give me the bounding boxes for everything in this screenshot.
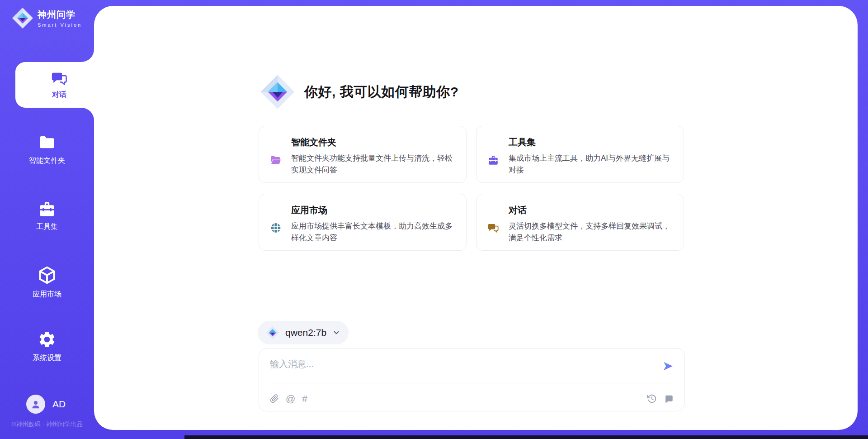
brand-diamond-icon	[12, 7, 33, 29]
card-smart-folder[interactable]: 智能文件夹 智能文件夹功能支持批量文件上传与清洗，轻松实现文件问答	[259, 126, 467, 183]
chevron-down-icon	[332, 329, 340, 337]
sidebar-item-settings[interactable]: 系统设置	[0, 330, 94, 363]
assistant-diamond-icon	[260, 74, 295, 110]
tab-fillet-bottom	[81, 108, 94, 120]
sidebar-footer: ©神州数码 · 神州问学出品	[0, 420, 94, 429]
model-name: qwen2:7b	[285, 327, 326, 338]
sidebar-item-label: 系统设置	[33, 353, 61, 363]
sidebar-item-toolset[interactable]: 工具集	[0, 200, 94, 232]
folder-icon	[38, 133, 57, 152]
sidebar-item-label: 对话	[52, 90, 66, 100]
model-selector[interactable]: qwen2:7b	[258, 321, 349, 344]
send-icon[interactable]	[662, 360, 674, 372]
sidebar-item-chat[interactable]: 对话	[15, 62, 103, 108]
feature-cards: 智能文件夹 智能文件夹功能支持批量文件上传与清洗，轻松实现文件问答 工具集 集成…	[259, 126, 685, 251]
toolbox-icon	[487, 138, 499, 182]
user-initials: AD	[52, 399, 66, 410]
message-composer: @ #	[259, 348, 685, 411]
bottom-edge-strip	[184, 435, 868, 439]
card-toolset[interactable]: 工具集 集成市场上主流工具，助力AI与外界无缝扩展与对接	[476, 126, 684, 183]
card-description: 应用市场提供丰富长文本模板，助力高效生成多样化文章内容	[291, 220, 454, 244]
card-description: 灵活切换多模型文件，支持多样回复效果调试，满足个性化需求	[509, 220, 672, 244]
chat-bubble-icon[interactable]	[664, 394, 674, 404]
greeting-text: 你好, 我可以如何帮助你?	[304, 83, 459, 101]
sidebar-item-app-market[interactable]: 应用市场	[0, 265, 94, 299]
card-title: 智能文件夹	[291, 136, 454, 148]
message-input[interactable]	[270, 357, 653, 371]
hashtag-icon[interactable]: #	[302, 394, 307, 404]
avatar	[26, 395, 45, 414]
composer-toolbar: @ #	[270, 394, 674, 404]
sidebar-item-label: 应用市场	[33, 290, 61, 299]
gear-icon	[38, 330, 57, 349]
folder-open-icon	[270, 138, 282, 182]
greeting: 你好, 我可以如何帮助你?	[260, 74, 459, 110]
card-title: 工具集	[509, 136, 672, 148]
history-icon[interactable]	[647, 394, 657, 404]
tab-fillet-top	[81, 49, 94, 62]
composer-divider	[270, 383, 674, 383]
card-description: 智能文件夹功能支持批量文件上传与清洗，轻松实现文件问答	[291, 153, 454, 176]
mention-icon[interactable]: @	[286, 394, 295, 404]
brand-subtitle: Smart Vision	[38, 22, 82, 28]
brand-name: 神州问学	[38, 9, 82, 21]
attachment-icon[interactable]	[270, 394, 279, 404]
card-description: 集成市场上主流工具，助力AI与外界无缝扩展与对接	[509, 153, 672, 176]
chat-icon	[51, 70, 68, 86]
person-icon	[30, 399, 41, 410]
card-title: 对话	[509, 204, 672, 216]
card-app-market[interactable]: 应用市场 应用市场提供丰富长文本模板，助力高效生成多样化文章内容	[259, 194, 467, 251]
brand-logo: 神州问学 Smart Vision	[12, 7, 82, 29]
toolbox-icon	[38, 200, 57, 218]
user-profile[interactable]: AD	[26, 395, 66, 414]
chat-icon	[487, 205, 499, 250]
sidebar-item-label: 工具集	[36, 222, 58, 232]
grid-circle-icon	[270, 205, 282, 250]
model-diamond-icon	[266, 326, 279, 339]
card-title: 应用市场	[291, 204, 454, 216]
cube-icon	[37, 265, 57, 285]
sidebar-item-smart-folder[interactable]: 智能文件夹	[0, 133, 94, 166]
card-chat[interactable]: 对话 灵活切换多模型文件，支持多样回复效果调试，满足个性化需求	[476, 194, 684, 251]
sidebar-item-label: 智能文件夹	[29, 156, 65, 166]
